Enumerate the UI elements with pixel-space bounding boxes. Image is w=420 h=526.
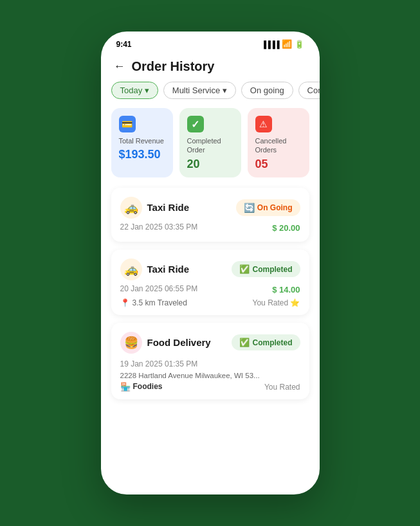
signal-icon: ▐▐▐▐ bbox=[261, 41, 278, 48]
page-title: Order History bbox=[132, 59, 215, 74]
header: ← Order History bbox=[101, 54, 320, 82]
order-date-2: 20 Jan 2025 06:55 PM bbox=[120, 284, 198, 293]
location-icon: 📍 bbox=[120, 298, 130, 307]
cancelled-value: 05 bbox=[255, 158, 302, 171]
order-distance-2: 📍 3.5 km Traveled bbox=[120, 298, 187, 307]
order-service-3: 🍔 Food Delivery bbox=[120, 332, 211, 354]
time-display: 9:41 bbox=[116, 40, 132, 49]
cancelled-icon: ⚠ bbox=[255, 116, 272, 132]
stats-row: 💳 Total Revenue $193.50 ✓ Completed Orde… bbox=[101, 108, 320, 188]
order-amount-2: $ 14.00 bbox=[272, 285, 300, 295]
service-name-1: Taxi Ride bbox=[147, 202, 190, 213]
status-badge-2: ✅ Completed bbox=[232, 261, 300, 277]
service-name-3: Food Delivery bbox=[147, 337, 211, 348]
order-top-3: 🍔 Food Delivery ✅ Completed bbox=[120, 332, 300, 354]
completed-check-icon: ✅ bbox=[239, 264, 250, 274]
store-icon: 🏪 bbox=[120, 382, 131, 392]
status-bar: 9:41 ▐▐▐▐ 📶 🔋 bbox=[101, 32, 320, 54]
order-date-1: 22 Jan 2025 03:35 PM bbox=[120, 222, 198, 231]
stat-completed-orders: ✓ Completed Order 20 bbox=[179, 108, 241, 177]
order-top-1: 🚕 Taxi Ride 🔄 On Going bbox=[120, 197, 300, 219]
filter-row: Today ▾ Multi Service ▾ On going Complet… bbox=[101, 82, 320, 108]
order-card-1[interactable]: 🚕 Taxi Ride 🔄 On Going 22 Jan 2025 03:35… bbox=[111, 188, 309, 242]
completed-value: 20 bbox=[187, 158, 233, 171]
completed-icon: ✓ bbox=[187, 116, 204, 132]
completed-label: Completed Order bbox=[187, 136, 233, 155]
order-address-3: 2228 Hartland Avenue Milwaukee, WI 53... bbox=[120, 372, 300, 379]
vendor-name-3: Foodies bbox=[133, 382, 163, 391]
status-badge-3: ✅ Completed bbox=[232, 334, 300, 350]
order-rating-2: You Rated ⭐ bbox=[253, 298, 300, 307]
back-button[interactable]: ← bbox=[114, 60, 125, 73]
order-bottom-3: 🏪 Foodies You Rated bbox=[120, 379, 300, 392]
order-list: 🚕 Taxi Ride 🔄 On Going 22 Jan 2025 03:35… bbox=[101, 188, 320, 399]
order-card-3[interactable]: 🍔 Food Delivery ✅ Completed 19 Jan 2025 … bbox=[111, 323, 309, 399]
service-name-2: Taxi Ride bbox=[147, 264, 190, 275]
filter-ongoing[interactable]: On going bbox=[241, 82, 293, 99]
ongoing-icon: 🔄 bbox=[244, 203, 255, 213]
order-service-2: 🚕 Taxi Ride bbox=[120, 258, 190, 280]
service-icon-1: 🚕 bbox=[120, 197, 142, 219]
order-card-2[interactable]: 🚕 Taxi Ride ✅ Completed 20 Jan 2025 06:5… bbox=[111, 249, 309, 315]
status-badge-1: 🔄 On Going bbox=[236, 199, 300, 216]
order-rating-3: You Rated bbox=[264, 383, 300, 392]
stat-cancelled-orders: ⚠ Cancelled Orders 05 bbox=[248, 108, 309, 177]
battery-icon: 🔋 bbox=[295, 40, 304, 49]
filter-multi-service[interactable]: Multi Service ▾ bbox=[163, 82, 236, 99]
phone-frame: 9:41 ▐▐▐▐ 📶 🔋 ← Order History Today ▾ Mu… bbox=[101, 32, 320, 494]
order-amount-1: $ 20.00 bbox=[272, 223, 300, 233]
status-icons: ▐▐▐▐ 📶 🔋 bbox=[261, 39, 304, 49]
order-bottom-2: 📍 3.5 km Traveled You Rated ⭐ bbox=[120, 296, 300, 307]
service-icon-2: 🚕 bbox=[120, 258, 142, 280]
completed-check-icon-3: ✅ bbox=[239, 338, 250, 347]
stat-total-revenue: 💳 Total Revenue $193.50 bbox=[111, 108, 173, 177]
order-top-2: 🚕 Taxi Ride ✅ Completed bbox=[120, 258, 300, 280]
order-date-3: 19 Jan 2025 01:35 PM bbox=[120, 359, 198, 368]
cancelled-label: Cancelled Orders bbox=[255, 136, 302, 155]
revenue-icon: 💳 bbox=[119, 116, 136, 132]
revenue-label: Total Revenue bbox=[119, 136, 165, 145]
order-service-1: 🚕 Taxi Ride bbox=[120, 197, 190, 219]
wifi-icon: 📶 bbox=[282, 39, 292, 49]
order-vendor-3: 🏪 Foodies bbox=[120, 382, 163, 392]
filter-completed[interactable]: Completed bbox=[298, 82, 320, 99]
revenue-value: $193.50 bbox=[119, 148, 165, 161]
filter-today[interactable]: Today ▾ bbox=[111, 82, 158, 99]
service-icon-3: 🍔 bbox=[120, 332, 142, 354]
